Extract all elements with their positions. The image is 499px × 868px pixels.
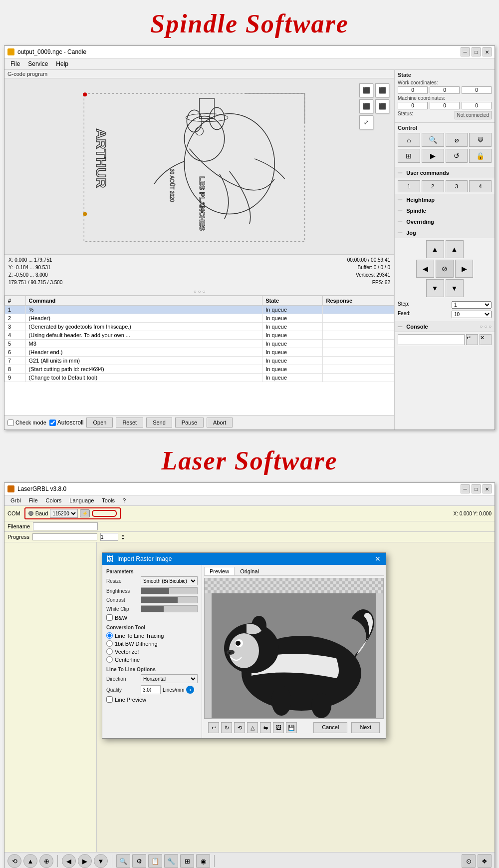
- console-input[interactable]: [398, 334, 465, 345]
- lt-icon-2[interactable]: ▲: [23, 854, 37, 868]
- resize-select[interactable]: Smooth (Bi Bicubic): [141, 576, 198, 585]
- lt-icon-5[interactable]: ▶: [78, 854, 92, 868]
- line-preview-checkbox[interactable]: [106, 696, 113, 703]
- autoscroll-checkbox[interactable]: [49, 420, 56, 426]
- table-row[interactable]: 4(Using default header. To add your own …: [5, 331, 394, 340]
- table-row[interactable]: 8(Start cutting path id: rect4694)In que…: [5, 365, 394, 374]
- ctrl-lock[interactable]: 🔒: [469, 149, 492, 163]
- table-row[interactable]: 7G21 (All units in mm)In queue: [5, 357, 394, 365]
- table-row[interactable]: 5M3In queue: [5, 340, 394, 348]
- ucmd-2[interactable]: 2: [422, 180, 444, 192]
- jog-z-up[interactable]: ▲: [446, 240, 464, 258]
- radio-line-tracing-input[interactable]: [106, 632, 113, 639]
- console-send-button[interactable]: ↵: [466, 334, 478, 345]
- menu-service[interactable]: Service: [24, 59, 52, 68]
- contrast-slider[interactable]: [141, 596, 198, 603]
- brightness-slider[interactable]: [141, 587, 198, 594]
- progress-number-input[interactable]: [100, 533, 118, 541]
- pause-button[interactable]: Pause: [175, 418, 204, 428]
- lt-icon-right-2[interactable]: ❖: [478, 854, 492, 868]
- ctrl-run[interactable]: ▶: [422, 149, 444, 163]
- jog-z-down[interactable]: ▼: [446, 279, 464, 297]
- minimize-button[interactable]: ─: [461, 47, 470, 56]
- dlg-tool-2[interactable]: ↻: [221, 722, 232, 733]
- view-3d-front[interactable]: ⬛: [359, 83, 373, 97]
- dlg-tool-6[interactable]: 🖼: [273, 722, 284, 733]
- laser-menu-colors[interactable]: Colors: [42, 496, 66, 504]
- whiteclip-slider[interactable]: [141, 605, 198, 612]
- ucmd-4[interactable]: 4: [469, 180, 492, 192]
- next-button[interactable]: Next: [351, 722, 380, 733]
- dlg-tool-4[interactable]: △: [247, 722, 258, 733]
- table-row[interactable]: 6(Header end.)In queue: [5, 348, 394, 357]
- ctrl-home[interactable]: ⌂: [398, 133, 420, 147]
- ctrl-zero[interactable]: ⌀: [446, 133, 468, 147]
- ctrl-rotate[interactable]: ↺: [446, 149, 468, 163]
- laser-menu-help[interactable]: ?: [119, 496, 130, 504]
- abort-button[interactable]: Abort: [207, 418, 233, 428]
- laser-menu-grbl[interactable]: Grbl: [6, 496, 25, 504]
- close-button[interactable]: ✕: [483, 47, 492, 56]
- laser-close-button[interactable]: ✕: [483, 484, 492, 493]
- reset-button[interactable]: Reset: [116, 418, 143, 428]
- connect-icon-btn[interactable]: ⚡: [80, 509, 90, 517]
- tab-preview[interactable]: Preview: [204, 567, 235, 575]
- jog-x-left[interactable]: ◀: [416, 260, 434, 278]
- quality-info-icon[interactable]: i: [186, 686, 194, 694]
- ctrl-reset[interactable]: ⟱: [469, 133, 492, 147]
- open-button[interactable]: Open: [86, 418, 113, 428]
- view-3d-side[interactable]: ⬛: [375, 83, 389, 97]
- menu-file[interactable]: File: [6, 59, 24, 68]
- table-row[interactable]: 1%In queue: [5, 306, 394, 314]
- progress-up[interactable]: ▲: [121, 533, 125, 537]
- dlg-tool-1[interactable]: ↩: [208, 722, 219, 733]
- jog-y-up[interactable]: ▲: [426, 240, 444, 258]
- dlg-tool-5[interactable]: ⇋: [260, 722, 271, 733]
- view-3d-bottom[interactable]: ⬛: [359, 99, 373, 113]
- send-button[interactable]: Send: [146, 418, 172, 428]
- filename-input[interactable]: [33, 522, 98, 530]
- ctrl-zoom[interactable]: 🔍: [422, 133, 444, 147]
- jog-y-down[interactable]: ▼: [426, 279, 444, 297]
- dlg-tool-3[interactable]: ⟲: [234, 722, 245, 733]
- radio-vectorize-input[interactable]: [106, 648, 113, 655]
- ucmd-1[interactable]: 1: [398, 180, 420, 192]
- laser-menu-tools[interactable]: Tools: [98, 496, 119, 504]
- tab-original[interactable]: Original: [235, 567, 264, 575]
- jog-center[interactable]: ⊘: [436, 260, 454, 278]
- maximize-button[interactable]: □: [472, 47, 481, 56]
- cancel-button[interactable]: Cancel: [313, 722, 347, 733]
- menu-help[interactable]: Help: [52, 59, 72, 68]
- feed-select[interactable]: 10100500: [452, 311, 492, 318]
- radio-centerline-input[interactable]: [106, 656, 113, 663]
- table-row[interactable]: 3(Generated by gcodetools from Inkscape.…: [5, 323, 394, 331]
- laser-minimize-button[interactable]: ─: [461, 484, 470, 493]
- lt-icon-10[interactable]: 🔧: [164, 854, 178, 868]
- radio-1bit-input[interactable]: [106, 640, 113, 647]
- dialog-close-button[interactable]: ✕: [374, 555, 382, 563]
- lt-icon-6[interactable]: ▼: [94, 854, 108, 868]
- laser-maximize-button[interactable]: □: [472, 484, 481, 493]
- lt-icon-1[interactable]: ⟲: [7, 854, 21, 868]
- lt-icon-12[interactable]: ◉: [196, 854, 210, 868]
- laser-menu-file[interactable]: File: [25, 496, 42, 504]
- progress-down[interactable]: ▼: [121, 537, 125, 540]
- laser-menu-language[interactable]: Language: [65, 496, 98, 504]
- cmd-table-wrap[interactable]: # Command State Response 1%In queue2(Hea…: [4, 295, 394, 415]
- ctrl-expand[interactable]: ⊞: [398, 149, 420, 163]
- ucmd-3[interactable]: 3: [446, 180, 468, 192]
- table-row[interactable]: 2(Header)In queue: [5, 314, 394, 323]
- lt-icon-3[interactable]: ⊕: [39, 854, 53, 868]
- baud-select[interactable]: 1152009600: [50, 509, 78, 518]
- view-3d-top[interactable]: ⬛: [375, 99, 389, 113]
- check-mode-checkbox[interactable]: [7, 420, 14, 426]
- baw-checkbox[interactable]: [106, 614, 113, 621]
- lt-icon-11[interactable]: ⊞: [180, 854, 194, 868]
- view-fit[interactable]: ⤢: [359, 115, 373, 129]
- jog-x-right[interactable]: ▶: [455, 260, 473, 278]
- dlg-tool-7[interactable]: 💾: [286, 722, 297, 733]
- step-select[interactable]: 1510: [452, 301, 492, 309]
- lt-icon-right-1[interactable]: ⊙: [462, 854, 476, 868]
- console-clear-button[interactable]: ✕: [480, 334, 492, 345]
- lt-icon-8[interactable]: ⚙: [132, 854, 146, 868]
